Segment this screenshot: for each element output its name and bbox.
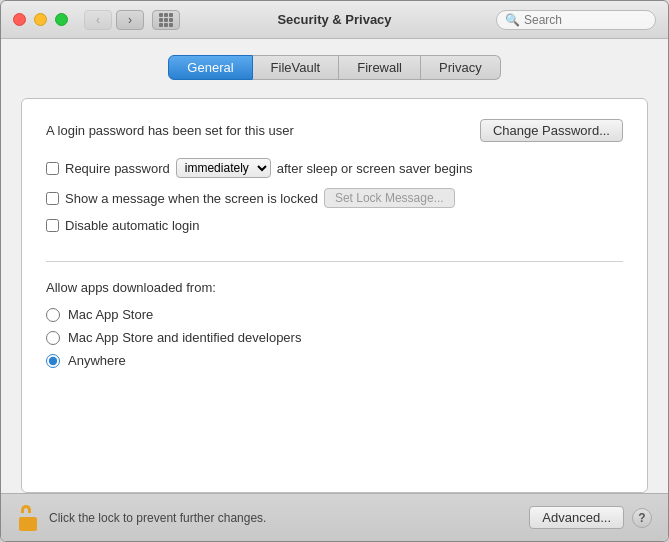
disable-login-checkbox[interactable] <box>46 219 59 232</box>
radio-mac-app-store[interactable] <box>46 308 60 322</box>
radio-anywhere-row: Anywhere <box>46 353 623 368</box>
radio-mac-app-store-row: Mac App Store <box>46 307 623 322</box>
radio-identified-developers-label: Mac App Store and identified developers <box>68 330 301 345</box>
back-button[interactable]: ‹ <box>84 10 112 30</box>
minimize-button[interactable] <box>34 13 47 26</box>
window-title: Security & Privacy <box>277 12 391 27</box>
nav-buttons: ‹ › <box>84 10 144 30</box>
login-password-row: A login password has been set for this u… <box>46 119 623 142</box>
radio-anywhere-label: Anywhere <box>68 353 126 368</box>
require-password-checkbox[interactable] <box>46 162 59 175</box>
close-button[interactable] <box>13 13 26 26</box>
show-message-row: Show a message when the screen is locked… <box>46 188 623 208</box>
change-password-button[interactable]: Change Password... <box>480 119 623 142</box>
tab-privacy[interactable]: Privacy <box>421 55 501 80</box>
search-icon: 🔍 <box>505 13 520 27</box>
require-password-label: Require password <box>65 161 170 176</box>
titlebar: ‹ › Security & Privacy 🔍 <box>1 1 668 39</box>
search-box[interactable]: 🔍 <box>496 10 656 30</box>
require-password-suffix: after sleep or screen saver begins <box>277 161 473 176</box>
maximize-button[interactable] <box>55 13 68 26</box>
footer-right: Advanced... ? <box>529 506 652 529</box>
lock-icon[interactable] <box>17 505 39 531</box>
require-password-row: Require password immediately 5 seconds 1… <box>46 158 623 178</box>
radio-identified-developers-row: Mac App Store and identified developers <box>46 330 623 345</box>
radio-anywhere[interactable] <box>46 354 60 368</box>
tab-bar: General FileVault Firewall Privacy <box>21 55 648 80</box>
footer: Click the lock to prevent further change… <box>1 493 668 541</box>
tab-general[interactable]: General <box>168 55 252 80</box>
disable-login-label: Disable automatic login <box>65 218 199 233</box>
allow-apps-title: Allow apps downloaded from: <box>46 280 623 295</box>
require-password-dropdown[interactable]: immediately 5 seconds 1 minute 5 minutes… <box>176 158 271 178</box>
advanced-button[interactable]: Advanced... <box>529 506 624 529</box>
grid-icon <box>159 13 173 27</box>
show-message-checkbox[interactable] <box>46 192 59 205</box>
login-password-text: A login password has been set for this u… <box>46 123 294 138</box>
settings-panel: A login password has been set for this u… <box>21 98 648 493</box>
tab-filevault[interactable]: FileVault <box>253 55 340 80</box>
footer-lock-text: Click the lock to prevent further change… <box>49 511 266 525</box>
radio-identified-developers[interactable] <box>46 331 60 345</box>
show-message-label: Show a message when the screen is locked <box>65 191 318 206</box>
radio-mac-app-store-label: Mac App Store <box>68 307 153 322</box>
tab-firewall[interactable]: Firewall <box>339 55 421 80</box>
help-button[interactable]: ? <box>632 508 652 528</box>
divider <box>46 261 623 262</box>
disable-login-row: Disable automatic login <box>46 218 623 233</box>
grid-button[interactable] <box>152 10 180 30</box>
window-controls <box>13 13 68 26</box>
content-area: General FileVault Firewall Privacy A log… <box>1 39 668 493</box>
set-lock-message-button[interactable]: Set Lock Message... <box>324 188 455 208</box>
search-input[interactable] <box>524 13 647 27</box>
forward-button[interactable]: › <box>116 10 144 30</box>
